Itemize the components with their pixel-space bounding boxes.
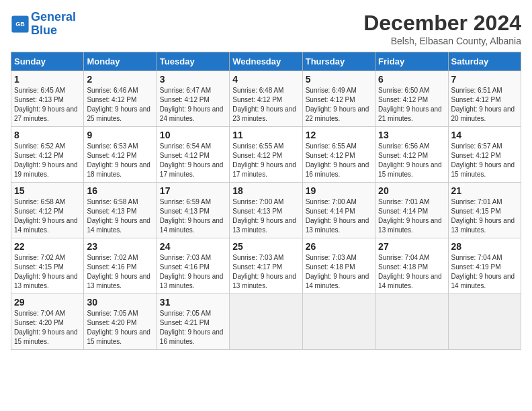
day-number: 23: [87, 241, 153, 252]
svg-text:GB: GB: [15, 21, 25, 28]
day-number: 19: [306, 185, 372, 196]
day-info: Sunrise: 7:03 AM Sunset: 4:17 PM Dayligh…: [232, 253, 299, 291]
calendar-day: 16Sunrise: 6:58 AM Sunset: 4:13 PM Dayli…: [84, 183, 157, 238]
calendar-day: 13Sunrise: 6:56 AM Sunset: 4:12 PM Dayli…: [375, 127, 448, 183]
calendar-day: 31Sunrise: 7:05 AM Sunset: 4:21 PM Dayli…: [157, 294, 229, 350]
day-number: 25: [232, 241, 299, 252]
day-number: 17: [160, 185, 226, 196]
day-info: Sunrise: 6:47 AM Sunset: 4:12 PM Dayligh…: [160, 86, 226, 124]
day-number: 1: [14, 74, 81, 85]
day-number: 28: [451, 241, 518, 252]
day-info: Sunrise: 7:04 AM Sunset: 4:20 PM Dayligh…: [14, 309, 81, 347]
calendar-day: 6Sunrise: 6:50 AM Sunset: 4:12 PM Daylig…: [375, 71, 448, 127]
day-info: Sunrise: 6:51 AM Sunset: 4:12 PM Dayligh…: [451, 86, 518, 124]
header-tuesday: Tuesday: [157, 52, 229, 71]
day-info: Sunrise: 6:52 AM Sunset: 4:12 PM Dayligh…: [14, 142, 81, 179]
location-subtitle: Belsh, Elbasan County, Albania: [363, 36, 521, 46]
logo-line1: General: [31, 10, 76, 24]
calendar-day: 20Sunrise: 7:01 AM Sunset: 4:14 PM Dayli…: [375, 183, 448, 238]
day-info: Sunrise: 6:58 AM Sunset: 4:12 PM Dayligh…: [14, 197, 81, 235]
day-number: 16: [87, 185, 153, 196]
day-number: 30: [87, 297, 153, 308]
day-info: Sunrise: 7:03 AM Sunset: 4:16 PM Dayligh…: [160, 253, 226, 291]
calendar-day: 4Sunrise: 6:48 AM Sunset: 4:12 PM Daylig…: [230, 71, 302, 127]
calendar-day: 29Sunrise: 7:04 AM Sunset: 4:20 PM Dayli…: [11, 294, 84, 350]
calendar-day: 14Sunrise: 6:57 AM Sunset: 4:12 PM Dayli…: [448, 127, 521, 183]
calendar-day: 1Sunrise: 6:45 AM Sunset: 4:13 PM Daylig…: [11, 71, 84, 127]
calendar-day: [375, 294, 448, 350]
header-friday: Friday: [375, 52, 448, 71]
day-number: 4: [232, 74, 299, 85]
calendar-day: 30Sunrise: 7:05 AM Sunset: 4:20 PM Dayli…: [84, 294, 157, 350]
calendar-table: SundayMondayTuesdayWednesdayThursdayFrid…: [11, 52, 521, 350]
day-number: 15: [14, 185, 81, 196]
calendar-day: [230, 294, 302, 350]
calendar-day: 5Sunrise: 6:49 AM Sunset: 4:12 PM Daylig…: [302, 71, 375, 127]
day-number: 12: [306, 130, 372, 140]
day-number: 3: [160, 74, 226, 85]
calendar-day: 15Sunrise: 6:58 AM Sunset: 4:12 PM Dayli…: [11, 183, 84, 238]
header-saturday: Saturday: [448, 52, 521, 71]
calendar-day: [302, 294, 375, 350]
calendar-day: 27Sunrise: 7:04 AM Sunset: 4:18 PM Dayli…: [375, 238, 448, 294]
day-info: Sunrise: 7:04 AM Sunset: 4:19 PM Dayligh…: [451, 253, 518, 291]
calendar-week-4: 29Sunrise: 7:04 AM Sunset: 4:20 PM Dayli…: [11, 294, 521, 350]
title-area: December 2024 Belsh, Elbasan County, Alb…: [363, 11, 521, 46]
calendar-day: 28Sunrise: 7:04 AM Sunset: 4:19 PM Dayli…: [448, 238, 521, 294]
calendar-week-2: 15Sunrise: 6:58 AM Sunset: 4:12 PM Dayli…: [11, 183, 521, 238]
day-number: 22: [14, 241, 81, 252]
calendar-day: 8Sunrise: 6:52 AM Sunset: 4:12 PM Daylig…: [11, 127, 84, 183]
calendar-day: 2Sunrise: 6:46 AM Sunset: 4:12 PM Daylig…: [84, 71, 157, 127]
day-number: 26: [306, 241, 372, 252]
logo-icon: GB: [11, 15, 30, 34]
day-number: 10: [160, 130, 226, 140]
calendar-day: 22Sunrise: 7:02 AM Sunset: 4:15 PM Dayli…: [11, 238, 84, 294]
day-info: Sunrise: 6:58 AM Sunset: 4:13 PM Dayligh…: [87, 197, 153, 235]
day-number: 8: [14, 130, 81, 140]
day-info: Sunrise: 7:04 AM Sunset: 4:18 PM Dayligh…: [378, 253, 445, 291]
day-info: Sunrise: 6:48 AM Sunset: 4:12 PM Dayligh…: [232, 86, 299, 124]
day-info: Sunrise: 6:53 AM Sunset: 4:12 PM Dayligh…: [87, 142, 153, 179]
day-info: Sunrise: 6:55 AM Sunset: 4:12 PM Dayligh…: [306, 142, 372, 179]
calendar-week-3: 22Sunrise: 7:02 AM Sunset: 4:15 PM Dayli…: [11, 238, 521, 294]
calendar-day: 26Sunrise: 7:03 AM Sunset: 4:18 PM Dayli…: [302, 238, 375, 294]
day-info: Sunrise: 7:00 AM Sunset: 4:14 PM Dayligh…: [306, 197, 372, 235]
day-number: 7: [451, 74, 518, 85]
day-info: Sunrise: 7:05 AM Sunset: 4:21 PM Dayligh…: [160, 309, 226, 347]
day-info: Sunrise: 6:55 AM Sunset: 4:12 PM Dayligh…: [232, 142, 299, 179]
month-title: December 2024: [363, 11, 521, 36]
day-info: Sunrise: 6:46 AM Sunset: 4:12 PM Dayligh…: [87, 86, 153, 124]
day-number: 29: [14, 297, 81, 308]
day-info: Sunrise: 7:01 AM Sunset: 4:14 PM Dayligh…: [378, 197, 445, 235]
day-number: 6: [378, 74, 445, 85]
day-number: 20: [378, 185, 445, 196]
day-info: Sunrise: 6:45 AM Sunset: 4:13 PM Dayligh…: [14, 86, 81, 124]
calendar-day: [448, 294, 521, 350]
day-info: Sunrise: 6:56 AM Sunset: 4:12 PM Dayligh…: [378, 142, 445, 179]
day-info: Sunrise: 7:03 AM Sunset: 4:18 PM Dayligh…: [306, 253, 372, 291]
day-number: 13: [378, 130, 445, 140]
logo: GB General Blue: [11, 11, 76, 38]
calendar-day: 18Sunrise: 7:00 AM Sunset: 4:13 PM Dayli…: [230, 183, 302, 238]
calendar-day: 7Sunrise: 6:51 AM Sunset: 4:12 PM Daylig…: [448, 71, 521, 127]
calendar-day: 12Sunrise: 6:55 AM Sunset: 4:12 PM Dayli…: [302, 127, 375, 183]
day-info: Sunrise: 7:05 AM Sunset: 4:20 PM Dayligh…: [87, 309, 153, 347]
day-number: 5: [306, 74, 372, 85]
calendar-day: 23Sunrise: 7:02 AM Sunset: 4:16 PM Dayli…: [84, 238, 157, 294]
calendar-day: 19Sunrise: 7:00 AM Sunset: 4:14 PM Dayli…: [302, 183, 375, 238]
day-info: Sunrise: 6:59 AM Sunset: 4:13 PM Dayligh…: [160, 197, 226, 235]
calendar-day: 11Sunrise: 6:55 AM Sunset: 4:12 PM Dayli…: [230, 127, 302, 183]
day-number: 2: [87, 74, 153, 85]
day-number: 21: [451, 185, 518, 196]
calendar-day: 25Sunrise: 7:03 AM Sunset: 4:17 PM Dayli…: [230, 238, 302, 294]
header-wednesday: Wednesday: [230, 52, 302, 71]
calendar-day: 21Sunrise: 7:01 AM Sunset: 4:15 PM Dayli…: [448, 183, 521, 238]
header-monday: Monday: [84, 52, 157, 71]
day-number: 18: [232, 185, 299, 196]
calendar-header-row: SundayMondayTuesdayWednesdayThursdayFrid…: [11, 52, 521, 71]
day-info: Sunrise: 7:01 AM Sunset: 4:15 PM Dayligh…: [451, 197, 518, 235]
header-thursday: Thursday: [302, 52, 375, 71]
calendar-day: 9Sunrise: 6:53 AM Sunset: 4:12 PM Daylig…: [84, 127, 157, 183]
day-number: 31: [160, 297, 226, 308]
day-info: Sunrise: 7:02 AM Sunset: 4:15 PM Dayligh…: [14, 253, 81, 291]
